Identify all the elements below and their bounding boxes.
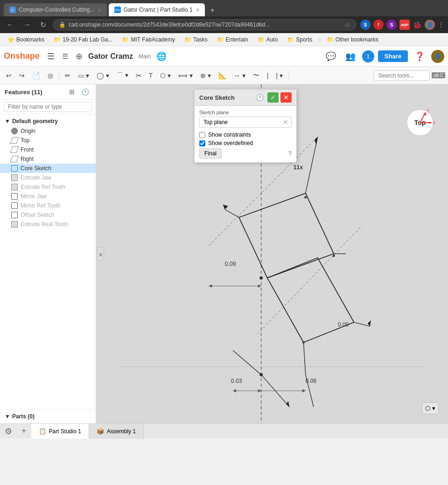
help-icon[interactable]: ❓ <box>412 49 427 63</box>
bookmark-sports[interactable]: 📁 Sports <box>283 35 316 44</box>
notifications-icon[interactable]: 1 <box>362 50 374 62</box>
url-bar[interactable]: 🔒 cad.onshape.com/documents/2d7543de39ef… <box>53 19 357 30</box>
redo-button[interactable]: ↪ <box>16 69 28 82</box>
features-clock-icon[interactable]: 🕐 <box>79 87 91 97</box>
tree-section: ▼ Default geometry Origin Top Front <box>0 114 96 231</box>
tree-item-extrude-real-tooth[interactable]: Extrude Real Tooth <box>0 220 96 229</box>
profile-s-icon[interactable]: S <box>360 20 371 30</box>
profile-red-icon[interactable]: ! <box>373 20 384 30</box>
tab-assembly[interactable]: 📦 Assembly 1 <box>89 424 144 439</box>
axis-widget[interactable]: Top Y X <box>401 108 439 145</box>
globe-icon[interactable]: 🌐 <box>154 49 168 63</box>
svg-line-9 <box>267 278 304 342</box>
new-tab-button[interactable]: + <box>207 4 218 16</box>
line-button[interactable]: ✏ <box>62 69 74 82</box>
show-constraints-checkbox[interactable] <box>199 132 205 138</box>
shape-button[interactable]: ▭ ▾ <box>75 69 92 82</box>
dim-button[interactable]: ↔ ▾ <box>231 69 249 82</box>
tree-item-extrude-jaw[interactable]: Extrude Jaw <box>0 173 96 182</box>
bookmark-auto[interactable]: 📁 Auto <box>254 35 282 44</box>
list-menu-icon[interactable]: ☰ <box>60 50 70 62</box>
select-button[interactable]: | ▾ <box>273 69 286 82</box>
onshape-logo[interactable]: Onshape <box>4 51 40 61</box>
left-panel: Features (11) ⊞ 🕐 ▼ Default geometry Ori… <box>0 84 96 423</box>
tree-item-top[interactable]: Top <box>0 136 96 145</box>
tab-add-button[interactable]: + <box>17 424 31 439</box>
bookmark-bookmarks[interactable]: ⭐ Bookmarks <box>4 35 48 44</box>
modal-header: Core Sketch 🕐 ✓ ✕ <box>195 90 296 106</box>
tree-item-extrude-ref-tooth[interactable]: Extrude Ref Tooth <box>0 182 96 192</box>
bookmark-tasks[interactable]: 📁 Tasks <box>181 35 211 44</box>
sketch-plane-input[interactable] <box>200 117 280 127</box>
profile-ext-icon[interactable]: 🐞 <box>413 21 422 29</box>
bookmark-fablab[interactable]: 📁 19-20 Fab Lab Ga... <box>50 35 116 44</box>
tree-item-offset-sketch[interactable]: Offset Sketch <box>0 210 96 220</box>
target-button[interactable]: ◎ <box>44 69 56 82</box>
tree-item-label-extrude-real-tooth: Extrude Real Tooth <box>21 221 68 228</box>
offset-button[interactable]: ⬡ ▾ <box>157 69 174 82</box>
bookmark-other[interactable]: 📁 Other bookmarks <box>323 35 382 44</box>
filter-input[interactable] <box>4 102 92 112</box>
curvature-button[interactable]: 〜 <box>250 69 263 82</box>
text-button[interactable]: T <box>146 69 156 82</box>
file-button[interactable]: 📄 <box>29 69 43 82</box>
tab-close-onshape[interactable]: ✕ <box>196 7 199 13</box>
viewport[interactable]: 0.09 0.09 0.03 0.06 11x <box>96 84 448 423</box>
features-header: Features (11) ⊞ 🕐 <box>0 84 96 100</box>
tree-item-right[interactable]: Right <box>0 154 96 164</box>
tab-settings-icon[interactable]: ⚙ <box>0 424 17 439</box>
tree-item-front[interactable]: Front <box>0 145 96 154</box>
transform-button[interactable]: ⊕ ▾ <box>197 69 214 82</box>
svg-point-31 <box>259 276 263 279</box>
modal-clock-icon[interactable]: 🕐 <box>254 93 266 102</box>
tab-onshape[interactable]: On Gator Cramz | Part Studio 1 ✕ <box>109 3 205 16</box>
user-avatar[interactable]: 👤 <box>431 50 444 63</box>
modal-cancel-button[interactable]: ✕ <box>280 92 292 103</box>
bookmark-entertain[interactable]: 📁 Entertain <box>213 35 252 44</box>
main-area: Features (11) ⊞ 🕐 ▼ Default geometry Ori… <box>0 84 448 423</box>
more-menu-icon[interactable]: ⋮ <box>438 21 444 28</box>
tab-close-cutting[interactable]: ✕ <box>98 7 101 13</box>
bookmark-star-icon[interactable]: ☆ <box>344 21 350 28</box>
circle-button[interactable]: ◯ ▾ <box>93 69 112 82</box>
sketch-plane-clear-icon[interactable]: ✕ <box>280 118 291 126</box>
undo-button[interactable]: ↩ <box>3 69 15 82</box>
mirror-button[interactable]: ⟺ ▾ <box>175 69 196 82</box>
tab-part-studio[interactable]: 📋 Part Studio 1 <box>31 424 89 439</box>
back-button[interactable]: ← <box>4 20 17 30</box>
line2-button[interactable]: | <box>264 69 272 82</box>
profile-s2-icon[interactable]: S <box>386 20 397 30</box>
forward-button[interactable]: → <box>21 20 34 30</box>
display-style-button[interactable]: ⬡ ▾ <box>422 402 439 414</box>
default-geometry-header[interactable]: ▼ Default geometry <box>0 116 96 126</box>
reload-button[interactable]: ↻ <box>37 20 49 30</box>
profile-abp-icon[interactable]: ABP <box>399 20 410 30</box>
tree-item-core-sketch[interactable]: Core Sketch <box>0 164 96 173</box>
tree-item-label-origin: Origin <box>21 128 35 134</box>
tab-cutting[interactable]: C Computer-Controlled Cutting... ✕ <box>4 3 107 16</box>
features-settings-icon[interactable]: ⊞ <box>67 87 77 97</box>
tree-item-origin[interactable]: Origin <box>0 126 96 136</box>
show-overdefined-checkbox[interactable] <box>199 140 205 146</box>
constraint-button[interactable]: 📐 <box>215 69 230 82</box>
svg-marker-11 <box>368 320 371 326</box>
chat-icon[interactable]: 💬 <box>323 49 339 63</box>
parts-header[interactable]: ▼ Parts (0) <box>0 411 96 422</box>
modal-ok-button[interactable]: ✓ <box>267 92 279 103</box>
user-avatar-icon[interactable]: 👤 <box>425 20 435 30</box>
bookmark-fabacademy[interactable]: 📁 MIT FabAcademy <box>118 35 178 44</box>
trim-button[interactable]: ✂ <box>133 69 145 82</box>
browser-actions: S ! S ABP 🐞 👤 ⋮ <box>360 20 444 30</box>
final-button[interactable]: Final <box>199 148 222 159</box>
plus-icon[interactable]: ⊕ <box>74 49 84 63</box>
share-button[interactable]: Share <box>378 50 408 62</box>
left-panel-collapse-button[interactable]: ≡ <box>97 247 104 261</box>
arc-button[interactable]: ⌒ ▾ <box>113 69 132 82</box>
tree-item-mirror-jaw[interactable]: Mirror Jaw <box>0 192 96 201</box>
search-input[interactable] <box>374 70 430 81</box>
modal-help-icon[interactable]: ? <box>288 150 292 157</box>
modal-title: Core Sketch <box>199 94 235 101</box>
tree-item-mirror-ref-tooth[interactable]: Mirror Ref Tooth <box>0 201 96 210</box>
hamburger-menu-icon[interactable]: ☰ <box>45 49 56 63</box>
users-icon[interactable]: 👥 <box>343 49 358 63</box>
